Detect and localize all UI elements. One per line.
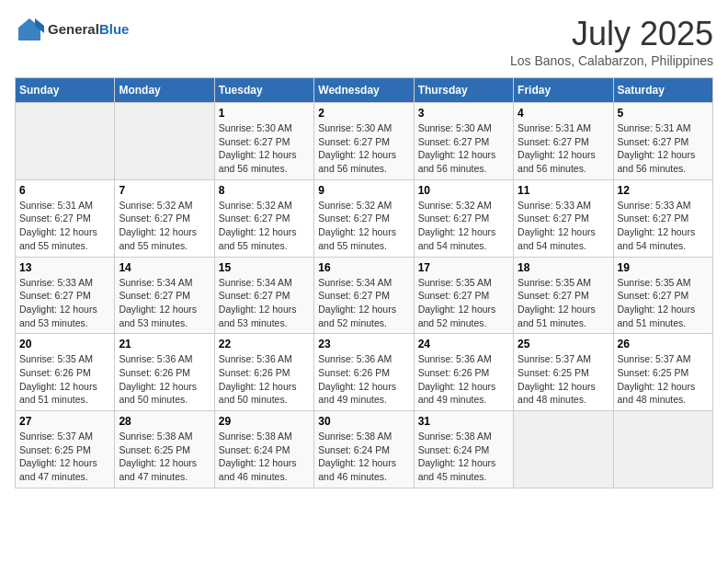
day-info: Sunrise: 5:33 AM Sunset: 6:27 PM Dayligh… — [518, 199, 609, 253]
calendar-cell: 31Sunrise: 5:38 AM Sunset: 6:24 PM Dayli… — [414, 411, 513, 488]
calendar-week-row: 13Sunrise: 5:33 AM Sunset: 6:27 PM Dayli… — [16, 257, 713, 334]
calendar-cell: 10Sunrise: 5:32 AM Sunset: 6:27 PM Dayli… — [414, 179, 513, 257]
calendar-cell: 13Sunrise: 5:33 AM Sunset: 6:27 PM Dayli… — [16, 257, 115, 334]
calendar-header-row: SundayMondayTuesdayWednesdayThursdayFrid… — [16, 78, 713, 103]
day-info: Sunrise: 5:38 AM Sunset: 6:24 PM Dayligh… — [219, 430, 310, 484]
calendar-cell: 24Sunrise: 5:36 AM Sunset: 6:26 PM Dayli… — [414, 334, 513, 411]
calendar-cell: 14Sunrise: 5:34 AM Sunset: 6:27 PM Dayli… — [115, 257, 214, 334]
calendar-cell — [115, 103, 214, 180]
column-header-wednesday: Wednesday — [314, 78, 414, 103]
day-number: 19 — [618, 261, 709, 274]
day-number: 15 — [219, 261, 310, 274]
day-number: 3 — [418, 107, 509, 120]
day-info: Sunrise: 5:30 AM Sunset: 6:27 PM Dayligh… — [318, 121, 409, 176]
calendar-cell: 16Sunrise: 5:34 AM Sunset: 6:27 PM Dayli… — [314, 257, 414, 334]
column-header-sunday: Sunday — [16, 78, 115, 103]
day-number: 22 — [219, 338, 310, 350]
calendar-cell: 11Sunrise: 5:33 AM Sunset: 6:27 PM Dayli… — [514, 179, 613, 257]
day-info: Sunrise: 5:32 AM Sunset: 6:27 PM Dayligh… — [219, 199, 310, 253]
day-number: 10 — [418, 184, 509, 197]
day-number: 1 — [219, 107, 310, 120]
day-number: 2 — [318, 107, 409, 120]
calendar-cell: 6Sunrise: 5:31 AM Sunset: 6:27 PM Daylig… — [16, 179, 115, 257]
day-info: Sunrise: 5:36 AM Sunset: 6:26 PM Dayligh… — [119, 352, 210, 407]
calendar-cell: 2Sunrise: 5:30 AM Sunset: 6:27 PM Daylig… — [314, 103, 414, 180]
calendar-cell: 21Sunrise: 5:36 AM Sunset: 6:26 PM Dayli… — [115, 334, 214, 411]
calendar-cell: 30Sunrise: 5:38 AM Sunset: 6:24 PM Dayli… — [314, 411, 414, 488]
day-number: 24 — [418, 338, 509, 350]
day-info: Sunrise: 5:38 AM Sunset: 6:24 PM Dayligh… — [418, 430, 509, 484]
day-info: Sunrise: 5:34 AM Sunset: 6:27 PM Dayligh… — [119, 276, 210, 330]
day-info: Sunrise: 5:36 AM Sunset: 6:26 PM Dayligh… — [418, 352, 509, 407]
calendar-cell: 1Sunrise: 5:30 AM Sunset: 6:27 PM Daylig… — [214, 103, 313, 180]
day-number: 12 — [618, 184, 709, 197]
day-number: 17 — [418, 261, 509, 274]
calendar-cell: 22Sunrise: 5:36 AM Sunset: 6:26 PM Dayli… — [214, 334, 313, 411]
calendar-cell: 19Sunrise: 5:35 AM Sunset: 6:27 PM Dayli… — [613, 257, 712, 334]
day-number: 7 — [119, 184, 210, 197]
day-info: Sunrise: 5:32 AM Sunset: 6:27 PM Dayligh… — [418, 199, 509, 253]
calendar-cell: 9Sunrise: 5:32 AM Sunset: 6:27 PM Daylig… — [314, 179, 414, 257]
calendar-cell: 4Sunrise: 5:31 AM Sunset: 6:27 PM Daylig… — [514, 103, 613, 180]
calendar-cell: 8Sunrise: 5:32 AM Sunset: 6:27 PM Daylig… — [214, 179, 313, 257]
day-number: 11 — [518, 184, 609, 197]
day-info: Sunrise: 5:36 AM Sunset: 6:26 PM Dayligh… — [318, 352, 409, 407]
calendar-cell: 28Sunrise: 5:38 AM Sunset: 6:25 PM Dayli… — [115, 411, 214, 488]
day-number: 27 — [19, 415, 110, 428]
day-info: Sunrise: 5:30 AM Sunset: 6:27 PM Dayligh… — [418, 121, 509, 176]
calendar-week-row: 6Sunrise: 5:31 AM Sunset: 6:27 PM Daylig… — [16, 179, 713, 257]
day-info: Sunrise: 5:37 AM Sunset: 6:25 PM Dayligh… — [19, 430, 110, 484]
day-info: Sunrise: 5:32 AM Sunset: 6:27 PM Dayligh… — [318, 199, 409, 253]
day-info: Sunrise: 5:31 AM Sunset: 6:27 PM Dayligh… — [19, 199, 110, 253]
calendar-cell: 18Sunrise: 5:35 AM Sunset: 6:27 PM Dayli… — [514, 257, 613, 334]
calendar-cell: 27Sunrise: 5:37 AM Sunset: 6:25 PM Dayli… — [16, 411, 115, 488]
logo-general-text: General — [48, 21, 99, 37]
day-info: Sunrise: 5:34 AM Sunset: 6:27 PM Dayligh… — [219, 276, 310, 330]
day-info: Sunrise: 5:33 AM Sunset: 6:27 PM Dayligh… — [19, 276, 110, 330]
logo: GeneralBlue — [15, 15, 129, 44]
day-info: Sunrise: 5:35 AM Sunset: 6:27 PM Dayligh… — [418, 276, 509, 330]
calendar-cell: 7Sunrise: 5:32 AM Sunset: 6:27 PM Daylig… — [115, 179, 214, 257]
day-info: Sunrise: 5:31 AM Sunset: 6:27 PM Dayligh… — [618, 121, 709, 176]
day-info: Sunrise: 5:37 AM Sunset: 6:25 PM Dayligh… — [618, 352, 709, 407]
day-info: Sunrise: 5:34 AM Sunset: 6:27 PM Dayligh… — [318, 276, 409, 330]
logo-icon — [15, 15, 44, 44]
calendar-cell: 5Sunrise: 5:31 AM Sunset: 6:27 PM Daylig… — [613, 103, 712, 180]
column-header-tuesday: Tuesday — [214, 78, 313, 103]
calendar-cell: 3Sunrise: 5:30 AM Sunset: 6:27 PM Daylig… — [414, 103, 513, 180]
day-info: Sunrise: 5:37 AM Sunset: 6:25 PM Dayligh… — [518, 352, 609, 407]
day-number: 6 — [19, 184, 110, 197]
day-number: 9 — [318, 184, 409, 197]
calendar-cell: 25Sunrise: 5:37 AM Sunset: 6:25 PM Dayli… — [514, 334, 613, 411]
calendar-table: SundayMondayTuesdayWednesdayThursdayFrid… — [15, 77, 713, 488]
day-number: 4 — [518, 107, 609, 120]
column-header-friday: Friday — [514, 78, 613, 103]
day-info: Sunrise: 5:32 AM Sunset: 6:27 PM Dayligh… — [119, 199, 210, 253]
day-info: Sunrise: 5:35 AM Sunset: 6:26 PM Dayligh… — [19, 352, 110, 407]
day-number: 25 — [518, 338, 609, 350]
day-number: 8 — [219, 184, 310, 197]
day-number: 26 — [618, 338, 709, 350]
calendar-cell: 17Sunrise: 5:35 AM Sunset: 6:27 PM Dayli… — [414, 257, 513, 334]
day-number: 21 — [119, 338, 210, 350]
title-area: July 2025 Los Banos, Calabarzon, Philipp… — [510, 15, 713, 68]
calendar-week-row: 27Sunrise: 5:37 AM Sunset: 6:25 PM Dayli… — [16, 411, 713, 488]
day-number: 29 — [219, 415, 310, 428]
day-number: 23 — [318, 338, 409, 350]
calendar-cell: 20Sunrise: 5:35 AM Sunset: 6:26 PM Dayli… — [16, 334, 115, 411]
month-title: July 2025 — [510, 15, 713, 53]
location-subtitle: Los Banos, Calabarzon, Philippines — [510, 53, 713, 68]
calendar-cell — [16, 103, 115, 180]
day-number: 14 — [119, 261, 210, 274]
day-info: Sunrise: 5:38 AM Sunset: 6:25 PM Dayligh… — [119, 430, 210, 484]
calendar-cell: 15Sunrise: 5:34 AM Sunset: 6:27 PM Dayli… — [214, 257, 313, 334]
day-info: Sunrise: 5:33 AM Sunset: 6:27 PM Dayligh… — [618, 199, 709, 253]
calendar-week-row: 1Sunrise: 5:30 AM Sunset: 6:27 PM Daylig… — [16, 103, 713, 180]
day-info: Sunrise: 5:35 AM Sunset: 6:27 PM Dayligh… — [518, 276, 609, 330]
calendar-cell: 12Sunrise: 5:33 AM Sunset: 6:27 PM Dayli… — [613, 179, 712, 257]
calendar-cell: 23Sunrise: 5:36 AM Sunset: 6:26 PM Dayli… — [314, 334, 414, 411]
column-header-monday: Monday — [115, 78, 214, 103]
logo-blue-text: Blue — [99, 21, 130, 37]
calendar-cell — [613, 411, 712, 488]
day-info: Sunrise: 5:38 AM Sunset: 6:24 PM Dayligh… — [318, 430, 409, 484]
